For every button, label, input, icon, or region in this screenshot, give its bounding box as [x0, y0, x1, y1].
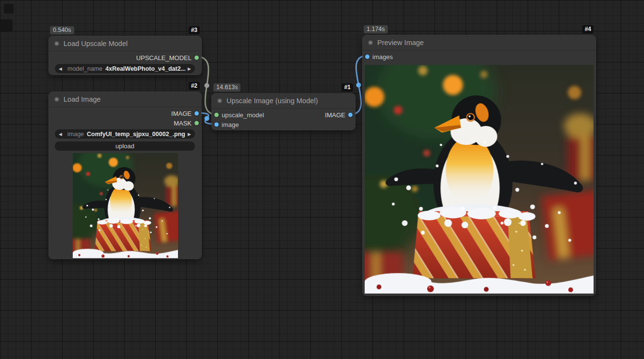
node-order-badge: #1	[342, 83, 353, 92]
port-label: images	[372, 53, 393, 61]
output-mask[interactable]: MASK	[49, 118, 201, 128]
node-load-upscale-model[interactable]: 0.540s #3 Load Upscale Model UPSCALE_MOD…	[49, 36, 201, 75]
port-label: upscale_model	[222, 111, 264, 119]
node-order-badge: #4	[582, 25, 594, 33]
collapse-dot-icon[interactable]	[217, 98, 222, 103]
left-arrow-icon[interactable]: ◀	[59, 132, 64, 137]
right-arrow-icon[interactable]: ▶	[185, 132, 191, 137]
execution-time-badge: 1.174s	[364, 25, 388, 33]
load-image-preview[interactable]	[72, 153, 178, 258]
output-image[interactable]: IMAGE	[49, 109, 201, 118]
port-dot-icon[interactable]	[214, 113, 219, 117]
node-title: Preview Image	[377, 39, 424, 47]
execution-time-badge: 0.540s	[50, 26, 74, 34]
node-graph-canvas[interactable]: 0.540s #3 Load Upscale Model UPSCALE_MOD…	[0, 0, 644, 359]
widget-value: ComfyUI_temp_sjpxu_00002_.png	[87, 131, 185, 138]
node-order-badge: #3	[189, 26, 200, 34]
node-title: Upscale Image (using Model)	[226, 97, 318, 105]
node-title: Load Upscale Model	[64, 40, 128, 47]
widget-label: model_name	[67, 65, 102, 72]
widget-label: image	[67, 131, 84, 138]
node-title-bar[interactable]: Load Image	[49, 92, 201, 107]
port-dot-icon[interactable]	[194, 121, 199, 125]
port-label: MASK	[174, 120, 192, 127]
port-dot-icon[interactable]	[194, 56, 199, 60]
input-images[interactable]: images	[363, 52, 596, 62]
node-title: Load Image	[64, 95, 101, 103]
output-upscale-model[interactable]: UPSCALE_MODEL	[49, 53, 201, 62]
model-name-combo[interactable]: ◀ model_name 4xRealWebPhoto_v4_dat2... ▶	[55, 64, 195, 73]
execution-time-badge: 14.613s	[213, 83, 241, 92]
preview-image-output[interactable]	[365, 64, 594, 295]
link-midpoint-dot	[356, 83, 361, 88]
right-arrow-icon[interactable]: ▶	[185, 66, 191, 71]
image-file-combo[interactable]: ◀ image ComfyUI_temp_sjpxu_00002_.png ▶	[55, 129, 195, 139]
collapse-dot-icon[interactable]	[54, 41, 59, 46]
port-label: UPSCALE_MODEL	[136, 54, 192, 62]
port-dot-icon[interactable]	[348, 113, 353, 117]
port-dot-icon[interactable]	[194, 111, 199, 116]
link-midpoint-dot	[205, 116, 209, 121]
node-title-bar[interactable]: Load Upscale Model	[49, 36, 201, 51]
collapse-dot-icon[interactable]	[54, 97, 59, 102]
input-image[interactable]: image	[212, 120, 355, 129]
canvas-corner-shape	[0, 19, 13, 32]
canvas-corner-shape	[4, 4, 14, 14]
port-label: image	[222, 121, 239, 128]
port-label: IMAGE	[325, 111, 345, 119]
left-arrow-icon[interactable]: ◀	[59, 66, 64, 71]
port-label: IMAGE	[171, 110, 192, 117]
node-load-image[interactable]: #2 Load Image IMAGE MASK ◀ image ComfyUI…	[49, 92, 201, 259]
output-image[interactable]: IMAGE	[274, 110, 355, 120]
node-upscale-image[interactable]: 14.613s #1 Upscale Image (using Model) u…	[212, 94, 355, 130]
node-preview-image[interactable]: 1.174s #4 Preview Image images	[363, 35, 596, 296]
port-dot-icon[interactable]	[365, 55, 370, 59]
node-order-badge: #2	[189, 82, 200, 90]
link-midpoint-dot	[205, 83, 209, 88]
node-title-bar[interactable]: Preview Image	[363, 35, 596, 50]
port-dot-icon[interactable]	[214, 123, 219, 127]
widget-value: 4xRealWebPhoto_v4_dat2...	[105, 65, 185, 72]
collapse-dot-icon[interactable]	[368, 40, 373, 45]
upload-button[interactable]: upload	[55, 141, 195, 151]
node-title-bar[interactable]: Upscale Image (using Model)	[212, 94, 355, 109]
